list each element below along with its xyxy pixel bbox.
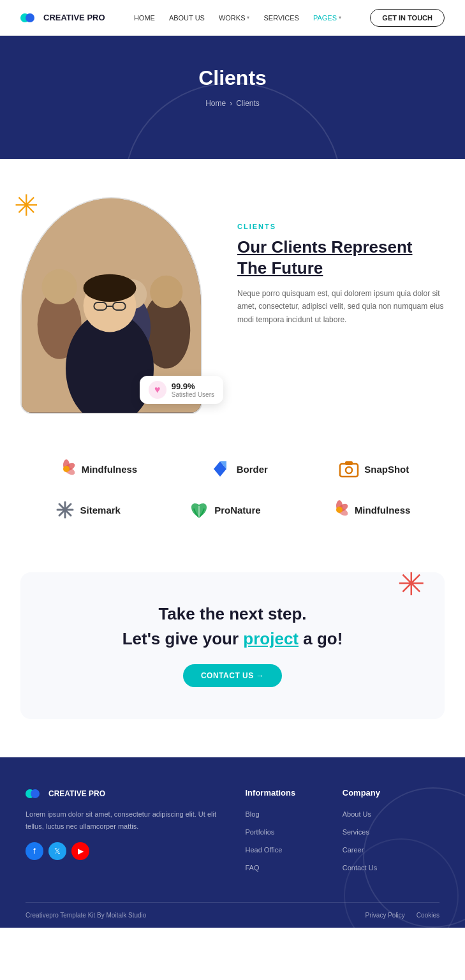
twitter-button[interactable]: 𝕏 xyxy=(48,842,66,860)
hero-arch-decoration xyxy=(124,82,341,159)
svg-point-30 xyxy=(336,507,343,513)
section-eyebrow: CLIENTS xyxy=(237,223,445,230)
flower-icon-2 xyxy=(329,500,350,520)
svg-point-12 xyxy=(84,274,137,302)
hero-section: Clients Home › Clients xyxy=(0,36,465,159)
asterisk-icon xyxy=(55,500,75,520)
footer-logo-icon xyxy=(26,788,43,799)
logo-mindfulness-1: Mindfulness xyxy=(56,459,138,479)
footer-social: f 𝕏 ▶ xyxy=(26,842,220,860)
svg-rect-21 xyxy=(345,461,353,465)
badge-content: 99.9% Satisfied Users xyxy=(172,382,214,398)
footer-career-link[interactable]: Career xyxy=(343,846,364,854)
footer: CREATIVE PRO Lorem ipsum dolor sit amet,… xyxy=(0,757,465,928)
clients-heading: Our Clients Represent The Future xyxy=(237,237,445,278)
diamond-icon xyxy=(209,459,232,479)
logo-text: CREATIVE PRO xyxy=(43,13,105,22)
footer-blog-link[interactable]: Blog xyxy=(246,810,260,818)
contact-us-button[interactable]: CONTACT US → xyxy=(183,664,282,687)
youtube-button[interactable]: ▶ xyxy=(71,842,89,860)
footer-logo: CREATIVE PRO xyxy=(26,788,220,799)
logo-pronature: ProNature xyxy=(189,500,261,520)
svg-point-20 xyxy=(346,467,352,473)
logos-row-2: Sitemark ProNature Mindfulness xyxy=(20,500,445,520)
chevron-down-icon: ▾ xyxy=(247,15,249,20)
cta-line2: Let's give your project a go! xyxy=(41,629,424,649)
footer-portfolios-link[interactable]: Portfolios xyxy=(246,828,275,836)
cta-line1: Take the next step. xyxy=(41,604,424,624)
logo-sitemark: Sitemark xyxy=(55,500,121,520)
list-item: Portfolios xyxy=(246,826,343,837)
asterisk-decoration: ✳ xyxy=(14,191,39,220)
chevron-down-icon: ▾ xyxy=(339,15,341,20)
logos-grid: Mindfulness Border SnapShot xyxy=(0,440,465,572)
nav-about[interactable]: ABOUT US xyxy=(169,14,205,22)
svg-point-4 xyxy=(150,276,182,308)
footer-services-link[interactable]: Services xyxy=(343,828,369,836)
nav-home[interactable]: HOME xyxy=(134,14,155,22)
clients-content: CLIENTS Our Clients Represent The Future… xyxy=(237,197,445,326)
navbar: CREATIVE PRO HOME ABOUT US WORKS▾ SERVIC… xyxy=(0,0,465,36)
footer-informations-list: Blog Portfolios Head Office FAQ xyxy=(246,808,343,873)
cta-asterisk-decoration: ✳ xyxy=(397,572,425,600)
list-item: FAQ xyxy=(246,861,343,873)
footer-informations: Informations Blog Portfolios Head Office… xyxy=(246,788,343,879)
nav-pages[interactable]: PAGES▾ xyxy=(313,14,341,22)
clients-section: ✳ ♥ xyxy=(0,159,465,440)
logo-icon xyxy=(20,12,38,24)
logo-mindfulness-2: Mindfulness xyxy=(329,500,411,520)
nav-links: HOME ABOUT US WORKS▾ SERVICES PAGES▾ xyxy=(134,14,341,22)
footer-brand: CREATIVE PRO Lorem ipsum dolor sit amet,… xyxy=(26,788,246,879)
svg-point-16 xyxy=(63,466,70,472)
svg-rect-19 xyxy=(340,464,358,477)
logo-snapshot: SnapShot xyxy=(339,459,409,479)
clients-image-wrap: ✳ ♥ xyxy=(20,197,212,414)
leaf-icon xyxy=(189,500,209,520)
clients-description: Neque porro quisquam est, qui dolorem ip… xyxy=(237,287,445,326)
badge-percent: 99.9% xyxy=(172,382,214,391)
logo[interactable]: CREATIVE PRO xyxy=(20,12,105,24)
footer-credit: Creativepro Template Kit By Moitalk Stud… xyxy=(26,912,146,919)
facebook-button[interactable]: f xyxy=(26,842,43,860)
list-item: Blog xyxy=(246,808,343,819)
get-in-touch-button[interactable]: GET IN TOUCH xyxy=(370,9,445,27)
svg-point-2 xyxy=(42,269,77,304)
satisfied-users-badge: ♥ 99.9% Satisfied Users xyxy=(140,376,223,404)
logo-border: Border xyxy=(209,459,268,479)
list-item: Head Office xyxy=(246,843,343,855)
footer-description: Lorem ipsum dolor sit amet, consectetur … xyxy=(26,808,220,832)
nav-works[interactable]: WORKS▾ xyxy=(219,14,250,22)
cta-section: ✳ Take the next step. Let's give your pr… xyxy=(20,572,445,719)
logos-row-1: Mindfulness Border SnapShot xyxy=(20,459,445,479)
footer-about-link[interactable]: About Us xyxy=(343,810,371,818)
nav-services[interactable]: SERVICES xyxy=(263,14,299,22)
heart-icon: ♥ xyxy=(149,381,166,399)
badge-label: Satisfied Users xyxy=(172,391,214,398)
camera-icon xyxy=(339,459,359,479)
footer-informations-heading: Informations xyxy=(246,788,343,798)
cta-project-link[interactable]: project xyxy=(243,629,299,648)
footer-faq-link[interactable]: FAQ xyxy=(246,864,260,872)
footer-headoffice-link[interactable]: Head Office xyxy=(246,846,283,854)
flower-icon xyxy=(56,459,77,479)
